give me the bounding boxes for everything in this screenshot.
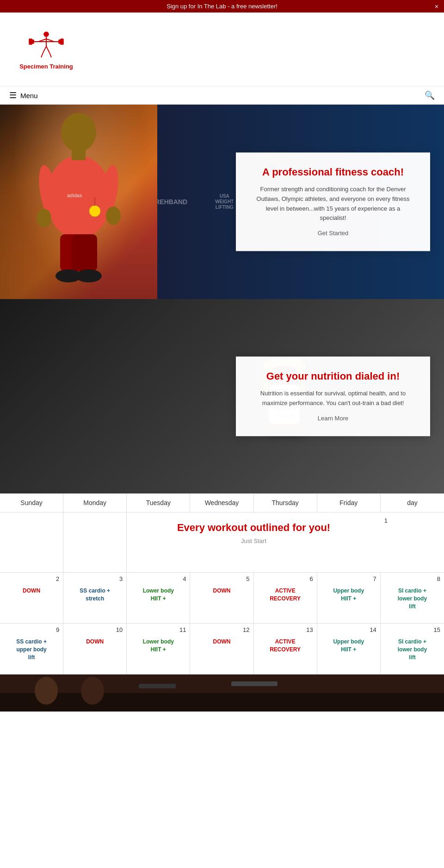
cal-header-sunday: Sunday: [0, 493, 63, 512]
day-5-num: 5: [194, 575, 249, 582]
cal-w1-sun: 2 DOWN: [0, 573, 63, 623]
w1-thu-workout: ACTIVERECOVERY: [258, 587, 313, 603]
svg-rect-20: [72, 234, 97, 271]
svg-point-18: [106, 206, 121, 225]
day-2-num: 2: [4, 575, 59, 582]
w2-thu-workout: ACTIVERECOVERY: [258, 638, 313, 654]
hero1-title: A professional fitness coach!: [252, 166, 414, 178]
day-13-num: 13: [258, 626, 313, 633]
cal-w2-mon: 10 DOWN: [63, 624, 127, 674]
w2-mon-workout: DOWN: [67, 638, 123, 646]
footer-image: [0, 674, 444, 712]
w1-wed-workout: DOWN: [194, 587, 249, 595]
hero-fitness-coach: USAWEIGHTLIFTING rehband USAWEIGHTLIFTIN…: [0, 105, 444, 299]
svg-line-9: [43, 46, 46, 53]
coach-figure: adidas: [18, 105, 139, 299]
w2-sun-workout: SS cardio +upper bodylift: [4, 638, 59, 661]
day-12-num: 12: [194, 626, 249, 633]
svg-text:adidas: adidas: [67, 193, 82, 198]
svg-rect-53: [139, 684, 176, 688]
svg-point-23: [89, 206, 100, 217]
cal-w2-fri: 14 Upper bodyHIIT +: [317, 624, 381, 674]
calendar-week-1: 2 DOWN 3 SS cardio +stretch 4 Lower body…: [0, 573, 444, 624]
logo-image: [25, 29, 67, 61]
svg-rect-26: [72, 149, 86, 160]
cal-header-thursday: Thursday: [254, 493, 317, 512]
day-6-num: 6: [258, 575, 313, 582]
hero2-description: Nutrition is essential for survival, opt…: [252, 389, 414, 408]
logo-area[interactable]: Specimen Training: [9, 29, 83, 70]
site-header: Specimen Training: [0, 12, 444, 87]
cal-w2-sun: 9 SS cardio +upper bodylift: [0, 624, 63, 674]
cal-w2-wed: 12 DOWN: [190, 624, 253, 674]
hero-person-area: adidas: [0, 105, 157, 299]
hero-card-2: Get your nutrition dialed in! Nutrition …: [236, 356, 430, 436]
calendar-week-0: Every workout outlined for you! Just Sta…: [0, 512, 444, 573]
w2-fri-workout: Upper bodyHIIT +: [321, 638, 376, 654]
w1-sun-workout: DOWN: [4, 587, 59, 595]
nav-bar: ☰ Menu 🔍: [0, 87, 444, 105]
cal-w1-tue: 4 Lower bodyHIIT +: [127, 573, 190, 623]
cal-header-friday: Friday: [317, 493, 381, 512]
banner-close[interactable]: ×: [435, 3, 438, 10]
cal-w2-tue: 11 Lower bodyHIIT +: [127, 624, 190, 674]
calendar-week-2: 9 SS cardio +upper bodylift 10 DOWN 11 L…: [0, 624, 444, 674]
cal-header-tuesday: Tuesday: [127, 493, 190, 512]
day-3-num: 3: [67, 575, 123, 582]
w1-mon-workout: SS cardio +stretch: [67, 587, 123, 603]
cal-w0-sun: [0, 512, 63, 572]
svg-line-12: [49, 53, 51, 57]
promo-title: Every workout outlined for you!: [141, 522, 367, 534]
cal-w1-thu: 6 ACTIVERECOVERY: [254, 573, 317, 623]
day-11-num: 11: [130, 626, 186, 633]
banner-text: Sign up for In The Lab - a free newslett…: [166, 3, 278, 10]
calendar-section: Sunday Monday Tuesday Wednesday Thursday…: [0, 493, 444, 674]
svg-point-51: [35, 677, 58, 705]
promo-subtitle: Just Start: [141, 537, 367, 544]
svg-rect-2: [61, 39, 63, 44]
svg-point-13: [61, 113, 96, 152]
svg-rect-3: [32, 40, 34, 44]
cal-header-wednesday: Wednesday: [190, 493, 253, 512]
day-14-num: 14: [321, 626, 376, 633]
hero2-cta[interactable]: Learn More: [318, 415, 348, 422]
cal-promo-main: Every workout outlined for you! Just Sta…: [127, 512, 381, 572]
w2-wed-workout: DOWN: [194, 638, 249, 646]
day-9-num: 9: [4, 626, 59, 633]
day-1: 1: [384, 517, 388, 524]
cal-w0-sat: 1: [381, 512, 444, 572]
day-10-num: 10: [67, 626, 123, 633]
w2-sat-workout: SI cardio +lower bodylift: [384, 638, 440, 661]
hero1-cta[interactable]: Get Started: [318, 230, 348, 237]
cal-header-monday: Monday: [63, 493, 127, 512]
calendar-header: Sunday Monday Tuesday Wednesday Thursday…: [0, 493, 444, 512]
svg-rect-50: [0, 693, 444, 712]
search-icon[interactable]: 🔍: [425, 90, 435, 100]
cal-w1-mon: 3 SS cardio +stretch: [63, 573, 127, 623]
footer-strip: [0, 674, 444, 712]
hero2-title: Get your nutrition dialed in!: [252, 370, 414, 382]
cal-w1-fri: 7 Upper bodyHIIT +: [317, 573, 381, 623]
day-8-num: 8: [384, 575, 440, 582]
svg-line-10: [46, 46, 49, 53]
hero-nutrition: 20 USA WEIGHTLIFTING REHBAND ® USA WEIGH…: [0, 299, 444, 493]
svg-rect-4: [59, 40, 61, 44]
day-4-num: 4: [130, 575, 186, 582]
cal-w2-thu: 13 ACTIVERECOVERY: [254, 624, 317, 674]
svg-rect-54: [231, 681, 278, 686]
cal-w2-sat: 15 SI cardio +lower bodylift: [381, 624, 444, 674]
w1-fri-workout: Upper bodyHIIT +: [321, 587, 376, 603]
menu-label[interactable]: Menu: [20, 92, 38, 100]
svg-point-17: [37, 209, 51, 227]
w1-tue-workout: Lower bodyHIIT +: [130, 587, 186, 603]
cal-w1-wed: 5 DOWN: [190, 573, 253, 623]
cal-header-saturday: day: [381, 493, 444, 512]
w2-tue-workout: Lower bodyHIIT +: [130, 638, 186, 654]
svg-rect-1: [29, 39, 32, 44]
svg-line-11: [41, 53, 43, 57]
day-7-num: 7: [321, 575, 376, 582]
svg-point-5: [44, 32, 49, 37]
cal-w1-sat: 8 SI cardio +lower bodylift: [381, 573, 444, 623]
logo-text: Specimen Training: [19, 63, 73, 70]
hamburger-icon[interactable]: ☰: [9, 90, 17, 100]
